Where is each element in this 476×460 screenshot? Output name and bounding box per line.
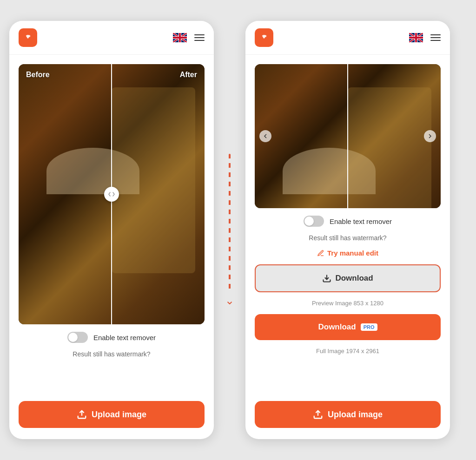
before-label: Before <box>26 71 50 79</box>
download-preview-button[interactable]: Download <box>255 264 441 292</box>
pro-badge: PRO <box>361 323 377 331</box>
left-menu-icon[interactable] <box>194 34 205 41</box>
right-menu-icon[interactable] <box>430 34 441 41</box>
right-watermark-text: Result still has watermark? <box>255 234 441 242</box>
left-toggle-switch[interactable] <box>67 332 88 343</box>
right-phone-content: Enable text remover Result still has wat… <box>245 55 450 395</box>
download-full-button[interactable]: Download PRO <box>255 314 441 340</box>
right-upload-label: Upload image <box>328 410 383 420</box>
manual-edit-link[interactable]: Try manual edit <box>255 249 441 257</box>
left-phone-content: Before After Enable text remover Result … <box>9 55 214 395</box>
left-image-compare: Before After <box>19 64 205 324</box>
right-header-right <box>409 33 441 42</box>
divider-handle[interactable] <box>104 187 119 202</box>
left-upload-button[interactable]: Upload image <box>19 401 205 428</box>
left-phone-header <box>9 21 214 55</box>
right-toggle-switch[interactable] <box>304 216 324 227</box>
download-preview-label: Download <box>335 274 373 283</box>
dashed-line <box>229 154 231 293</box>
preview-size-text: Preview Image 853 x 1280 <box>255 300 441 307</box>
left-watermark-text: Result still has watermark? <box>19 350 205 358</box>
right-flag-icon <box>409 33 423 42</box>
arrow-connector: ⌄ <box>223 154 236 306</box>
left-header-right <box>173 33 205 42</box>
main-container: Before After Enable text remover Result … <box>9 21 467 439</box>
right-toggle-label: Enable text remover <box>330 217 392 225</box>
left-nav-arrow[interactable] <box>259 130 271 142</box>
left-toggle-label: Enable text remover <box>93 334 156 342</box>
right-phone: Enable text remover Result still has wat… <box>245 21 450 439</box>
right-toggle-row: Enable text remover <box>255 216 441 227</box>
right-logo-icon[interactable] <box>255 28 273 47</box>
right-nav-arrow[interactable] <box>424 130 436 142</box>
right-image-compare <box>255 64 441 208</box>
left-phone: Before After Enable text remover Result … <box>9 21 214 439</box>
arrow-down-icon: ⌄ <box>225 295 234 306</box>
full-size-text: Full Image 1974 x 2961 <box>255 348 441 355</box>
svg-point-1 <box>28 35 30 37</box>
after-label: After <box>180 71 197 79</box>
right-upload-button[interactable]: Upload image <box>255 401 441 428</box>
download-full-label: Download <box>318 322 356 332</box>
left-upload-label: Upload image <box>92 410 146 420</box>
right-phone-header <box>245 21 450 55</box>
left-flag-icon <box>173 33 187 42</box>
svg-point-5 <box>264 35 266 37</box>
left-toggle-row: Enable text remover <box>19 332 205 343</box>
manual-edit-label: Try manual edit <box>327 249 378 257</box>
left-logo-icon[interactable] <box>19 28 37 47</box>
